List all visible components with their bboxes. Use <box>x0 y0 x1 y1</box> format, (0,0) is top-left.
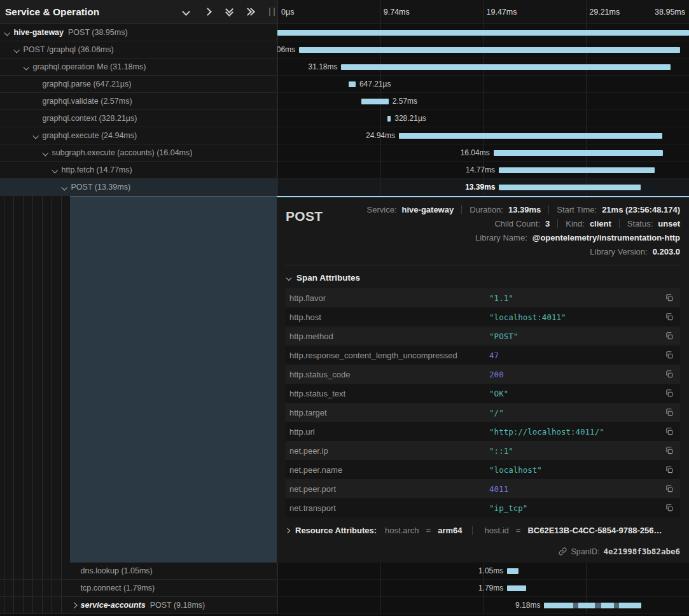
detail-meta-line-1: Service: hive-gateway Duration: 13.39ms … <box>286 202 680 216</box>
span-row[interactable]: graphql.execute (24.94ms)24.94ms <box>0 127 689 144</box>
operation-label: graphql.operation Me (31.18ms) <box>33 62 146 71</box>
resource-value: arm64 <box>438 526 462 535</box>
attribute-key: http.method <box>289 332 489 341</box>
meta-label: Status: <box>627 219 653 228</box>
attribute-value: "1.1" <box>489 293 661 303</box>
detail-span-title: POST <box>286 209 323 224</box>
copy-icon[interactable] <box>661 427 674 436</box>
attribute-row: net.peer.ip"::1" <box>286 441 680 460</box>
chevron-down-icon[interactable] <box>43 150 48 155</box>
span-row[interactable]: POST /graphql (36.06ms)36.06ms <box>0 41 689 59</box>
attribute-value: "localhost:4011" <box>489 312 661 322</box>
chevron-right-icon <box>286 528 290 533</box>
copy-icon[interactable] <box>661 389 674 398</box>
span-row[interactable]: http.fetch (14.77ms)14.77ms <box>0 162 689 179</box>
chevron-right-icon[interactable] <box>203 8 212 17</box>
detail-indent-spacer <box>0 196 70 563</box>
copy-icon[interactable] <box>661 446 674 455</box>
copy-icon[interactable] <box>661 503 674 512</box>
span-duration-bar[interactable] <box>494 150 663 156</box>
span-row[interactable]: graphql.parse (647.21µs)647.21µs <box>0 76 689 93</box>
span-row[interactable]: dns.lookup (1.05ms)1.05ms <box>0 563 689 580</box>
attribute-row: http.status_code200 <box>286 365 680 384</box>
span-id-label: SpanID: <box>571 547 599 556</box>
chevrons-down-icon[interactable] <box>225 8 233 17</box>
meta-label: Library Name: <box>475 233 527 242</box>
chevron-down-icon[interactable] <box>14 46 20 52</box>
operation-label: POST (9.18ms) <box>150 601 205 610</box>
copy-icon[interactable] <box>661 370 674 379</box>
chevron-down-icon[interactable] <box>4 29 10 35</box>
timeline-tick: 19.47ms <box>487 8 517 17</box>
meta-value-library-name: @opentelemetry/instrumentation-http <box>532 233 680 242</box>
chevron-down-icon[interactable] <box>24 64 29 69</box>
span-duration-bar[interactable] <box>299 47 680 53</box>
copy-icon[interactable] <box>661 332 674 340</box>
operation-label: http.fetch (14.77ms) <box>62 165 132 174</box>
meta-separator <box>557 219 558 228</box>
span-row[interactable]: tcp.connect (1.79ms)1.79ms <box>0 580 689 597</box>
copy-icon[interactable] <box>661 293 674 302</box>
copy-icon[interactable] <box>661 351 674 360</box>
chevron-right-icon[interactable] <box>71 602 77 608</box>
span-row[interactable]: graphql.validate (2.57ms)2.57ms <box>0 93 689 110</box>
duration-label: 14.77ms <box>466 165 495 174</box>
operation-label: graphql.execute (24.94ms) <box>43 131 137 140</box>
meta-separator <box>461 205 462 214</box>
tree-header-title: Service & Operation <box>5 6 181 18</box>
bar-segment <box>595 603 602 608</box>
attribute-value: 200 <box>489 370 661 379</box>
copy-icon[interactable] <box>661 465 674 474</box>
duration-label: 16.04ms <box>461 148 490 157</box>
attribute-value: "/" <box>489 408 661 417</box>
attribute-key: net.peer.name <box>289 465 489 475</box>
span-row[interactable]: subgraph.execute (accounts) (16.04ms)16.… <box>0 144 689 162</box>
duration-label: 24.94ms <box>366 131 395 140</box>
trace-viewer: Service & Operation 0µs 9.74ms 19.47ms 2… <box>0 0 689 616</box>
duration-label: 13.39ms <box>465 183 495 192</box>
chevron-down-icon[interactable] <box>52 167 58 172</box>
meta-label: Kind: <box>566 219 585 228</box>
operation-label: dns.lookup (1.05ms) <box>81 566 153 575</box>
chevron-down-icon[interactable] <box>181 8 190 17</box>
attribute-value: 4011 <box>489 484 661 494</box>
attribute-row: net.peer.port4011 <box>286 479 680 498</box>
span-row[interactable]: graphql.operation Me (31.18ms)31.18ms <box>0 59 689 76</box>
attribute-key: http.flavor <box>289 293 489 303</box>
attribute-key: net.transport <box>289 503 489 513</box>
span-row[interactable]: POST (13.39ms)13.39ms <box>0 179 689 196</box>
span-duration-bar[interactable] <box>387 116 391 122</box>
span-duration-bar[interactable] <box>499 167 655 173</box>
panel-resizer-grip[interactable] <box>269 8 275 16</box>
link-icon[interactable] <box>559 547 567 556</box>
chevrons-right-icon[interactable] <box>246 8 255 17</box>
span-duration-bar[interactable] <box>507 568 518 574</box>
span-row[interactable]: service-accountsPOST (9.18ms)9.18ms <box>0 597 689 614</box>
chevron-down-icon[interactable] <box>33 132 39 138</box>
span-row[interactable]: hive-gatewayPOST (38.95ms) <box>0 24 689 41</box>
duration-label: 36.06ms <box>277 45 295 54</box>
resource-attributes-toggle[interactable]: Resource Attributes: host.arch = arm64 h… <box>286 526 680 535</box>
span-duration-bar[interactable] <box>361 99 389 104</box>
copy-icon[interactable] <box>661 408 674 417</box>
copy-icon[interactable] <box>661 312 674 321</box>
meta-label: Start Time: <box>557 205 597 214</box>
chevron-down-icon <box>286 275 291 280</box>
span-duration-bar[interactable] <box>499 185 640 190</box>
span-duration-bar[interactable] <box>399 133 662 139</box>
span-duration-bar[interactable] <box>277 30 689 36</box>
duration-label: 1.05ms <box>478 566 503 575</box>
attribute-value: 47 <box>489 351 661 360</box>
span-attributes-toggle[interactable]: Span Attributes <box>287 273 680 283</box>
span-duration-bar[interactable] <box>341 64 671 70</box>
span-duration-bar[interactable] <box>349 81 356 87</box>
span-duration-bar[interactable] <box>544 603 641 608</box>
copy-icon[interactable] <box>661 484 674 493</box>
chevron-down-icon[interactable] <box>62 184 67 190</box>
span-duration-bar[interactable] <box>507 585 526 591</box>
operation-label: subgraph.execute (accounts) (16.04ms) <box>52 148 193 157</box>
attribute-value: "OK" <box>489 389 661 398</box>
span-id-value: 4e21998f3b82abe6 <box>604 547 680 556</box>
duration-label: 31.18ms <box>308 62 337 71</box>
span-row[interactable]: graphql.context (328.21µs)328.21µs <box>0 110 689 127</box>
